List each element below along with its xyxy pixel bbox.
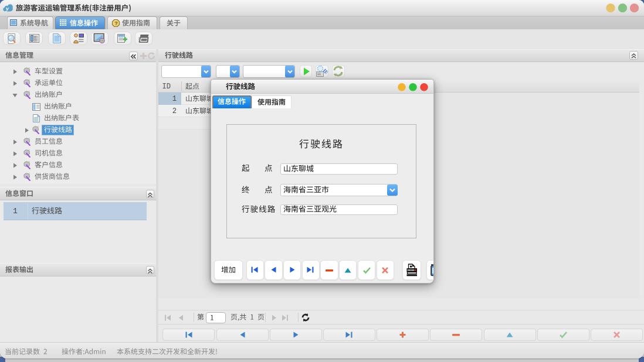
svg-text:y: y — [5, 5, 9, 12]
svg-text:?: ? — [115, 21, 118, 26]
